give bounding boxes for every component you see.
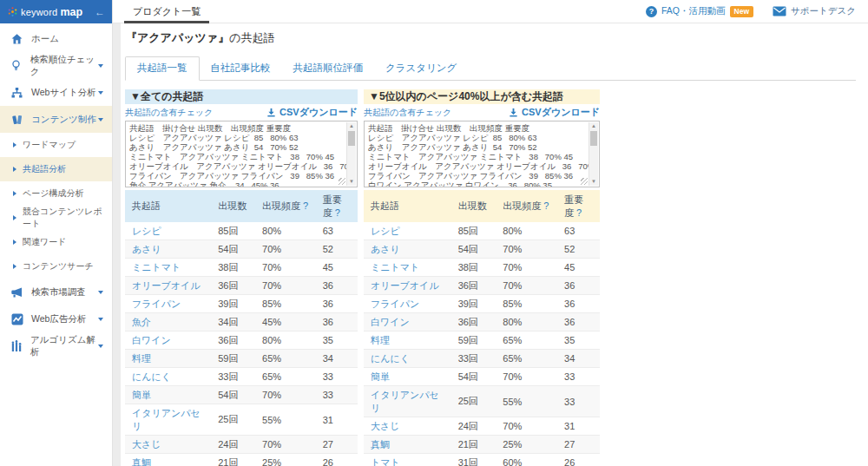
content-check-link[interactable]: 共起語の含有チェック [364, 107, 451, 119]
support-desk-label: サポートデスク [791, 5, 856, 17]
tab-0[interactable]: 共起語一覧 [125, 56, 200, 81]
content-check-link[interactable]: 共起語の含有チェック [125, 107, 213, 119]
frequency-cell: 70% [255, 259, 316, 277]
coword-textarea[interactable]: 共起語 掛け合せ 出現数 出現頻度 重要度 レシピ アクアパッツァ レシピ 85… [364, 121, 600, 187]
count-cell: 54回 [451, 240, 496, 259]
count-cell: 39回 [451, 295, 496, 313]
resize-grip-icon[interactable] [581, 178, 588, 185]
sidebar-item-11[interactable]: Web広告分析 [0, 305, 112, 332]
sidebar-header: keywordmap ← [0, 0, 112, 23]
frequency-cell: 80% [496, 222, 557, 240]
sidebar-item-4[interactable]: ワードマップ [0, 133, 112, 157]
count-cell: 33回 [211, 368, 255, 386]
sidebar-collapse-icon[interactable]: ← [95, 6, 105, 18]
coword-link[interactable]: 白ワイン [364, 313, 451, 331]
coword-link[interactable]: にんにく [125, 368, 211, 386]
sidebar-item-8[interactable]: 関連ワード [0, 230, 112, 254]
sidebar-item-10[interactable]: 検索市場調査 [0, 279, 112, 305]
table-row: イタリアンパセリ25回55%33 [364, 386, 600, 417]
table-row: オリーブオイル36回70%36 [364, 277, 600, 295]
count-cell: 34回 [211, 313, 255, 331]
coword-link[interactable]: レシピ [364, 222, 451, 240]
support-desk-link[interactable]: サポートデスク [773, 5, 856, 17]
coword-link[interactable]: あさり [364, 240, 451, 259]
count-cell: 54回 [211, 240, 255, 259]
frequency-cell: 65% [255, 350, 316, 368]
sidebar-item-1[interactable]: 検索順位チェック [0, 52, 112, 79]
product-list-tab[interactable]: プロダクト一覧 [124, 0, 209, 23]
scroll-down-icon[interactable]: ▼ [347, 178, 356, 186]
coword-link[interactable]: 真鯛 [125, 454, 211, 466]
tab-3[interactable]: クラスタリング [374, 57, 468, 80]
coword-link[interactable]: 料理 [125, 350, 211, 368]
coword-link[interactable]: イタリアンパセリ [125, 404, 211, 436]
coword-link[interactable]: 簡単 [364, 368, 451, 386]
sidebar-item-5[interactable]: 共起語分析 [0, 157, 112, 181]
coword-link[interactable]: 真鯛 [364, 436, 451, 454]
sidebar-item-9[interactable]: コンテンツサーチ [0, 254, 112, 279]
topbar-right: ? FAQ・活用動画 New サポートデスク [646, 5, 868, 17]
table-row: あさり54回70%52 [125, 240, 358, 259]
table-row: にんにく33回65%33 [125, 368, 358, 386]
help-icon[interactable]: ? [303, 200, 308, 211]
coword-link[interactable]: 大さじ [125, 436, 211, 454]
count-cell: 25回 [211, 404, 255, 436]
coword-link[interactable]: 大さじ [364, 417, 451, 436]
coword-link[interactable]: ミニトマト [364, 259, 451, 277]
resize-grip-icon[interactable] [339, 178, 345, 185]
help-icon[interactable]: ? [576, 207, 582, 218]
importance-cell: 33 [557, 368, 600, 386]
column-header-label: 共起語 [132, 200, 161, 211]
sidebar-item-7[interactable]: 競合コンテンツレポート [0, 206, 112, 230]
coword-link[interactable]: 簡単 [125, 386, 211, 404]
help-icon[interactable]: ? [543, 200, 549, 211]
tab-1[interactable]: 自社記事比較 [200, 57, 282, 80]
coword-link[interactable]: 魚介 [125, 313, 211, 331]
coword-link[interactable]: フライパン [364, 295, 451, 313]
sidebar-item-0[interactable]: ホーム [0, 25, 112, 52]
sidebar-item-6[interactable]: ページ構成分析 [0, 181, 112, 206]
scroll-up-icon[interactable]: ▲ [347, 122, 356, 130]
csv-download-button[interactable]: CSVダウンロード [509, 106, 600, 119]
table-row: 簡単54回70%33 [125, 386, 358, 404]
frequency-cell: 65% [496, 331, 557, 350]
coword-link[interactable]: オリーブオイル [125, 277, 211, 295]
coword-link[interactable]: イタリアンパセリ [364, 386, 451, 417]
sitemap-icon [10, 86, 23, 99]
scroll-up-icon[interactable]: ▲ [589, 122, 598, 130]
frequency-cell: 70% [496, 259, 557, 277]
frequency-cell: 70% [496, 277, 557, 295]
importance-cell: 36 [316, 295, 358, 313]
coword-link[interactable]: トマト [364, 454, 451, 466]
scrollbar-thumb[interactable] [348, 131, 355, 146]
csv-label: CSVダウンロード [279, 106, 358, 119]
coword-link[interactable]: ミニトマト [125, 259, 211, 277]
coword-link[interactable]: 料理 [364, 331, 451, 350]
sidebar-item-2[interactable]: Webサイト分析 [0, 79, 112, 106]
sidebar-item-3[interactable]: コンテンツ制作 [0, 106, 112, 133]
scroll-down-icon[interactable]: ▼ [589, 178, 598, 186]
table-row: 料理59回65%35 [364, 331, 600, 350]
title-keyword: 『アクアパッツァ』 [126, 31, 229, 44]
coword-link[interactable]: 白ワイン [125, 331, 211, 350]
textarea-scrollbar[interactable]: ▲ ▼ [589, 122, 598, 186]
tab-2[interactable]: 共起語順位評価 [282, 57, 375, 80]
coword-link[interactable]: フライパン [125, 295, 211, 313]
count-cell: 85回 [211, 222, 255, 240]
frequency-cell: 85% [255, 295, 316, 313]
app-logo[interactable]: keywordmap [7, 6, 95, 18]
coword-textarea[interactable]: 共起語 掛け合せ 出現数 出現頻度 重要度 レシピ アクアパッツァ レシピ 85… [125, 121, 358, 187]
importance-cell: 36 [557, 313, 600, 331]
csv-download-button[interactable]: CSVダウンロード [266, 106, 358, 119]
coword-link[interactable]: オリーブオイル [364, 277, 451, 295]
faq-link[interactable]: ? FAQ・活用動画 New [646, 5, 753, 17]
coword-link[interactable]: にんにく [364, 350, 451, 368]
textarea-scrollbar[interactable]: ▲ ▼ [346, 122, 356, 186]
envelope-icon [773, 6, 786, 16]
help-icon[interactable]: ? [335, 207, 340, 218]
coword-link[interactable]: あさり [125, 240, 211, 259]
sidebar-item-12[interactable]: アルゴリズム解析 [0, 332, 112, 359]
scrollbar-thumb[interactable] [590, 131, 597, 146]
coword-link[interactable]: レシピ [125, 222, 211, 240]
chevron-down-icon [98, 91, 103, 95]
